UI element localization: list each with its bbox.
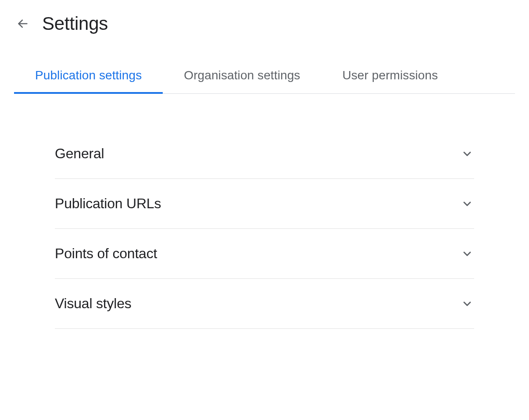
page-title: Settings <box>42 13 108 34</box>
section-points-of-contact[interactable]: Points of contact <box>55 229 474 279</box>
tab-publication-settings[interactable]: Publication settings <box>14 61 163 94</box>
section-title: Points of contact <box>55 246 157 262</box>
section-visual-styles[interactable]: Visual styles <box>55 279 474 329</box>
tab-organisation-settings[interactable]: Organisation settings <box>163 61 321 94</box>
header: Settings <box>0 0 529 43</box>
chevron-down-icon <box>460 197 474 211</box>
back-button[interactable] <box>14 15 32 32</box>
section-title: General <box>55 146 104 162</box>
sections-list: General Publication URLs Points of conta… <box>55 129 474 329</box>
arrow-left-icon <box>17 18 29 30</box>
chevron-down-icon <box>460 297 474 311</box>
section-title: Publication URLs <box>55 196 161 212</box>
tabs: Publication settings Organisation settin… <box>14 61 515 94</box>
tab-user-permissions[interactable]: User permissions <box>321 61 459 94</box>
chevron-down-icon <box>460 147 474 161</box>
section-general[interactable]: General <box>55 129 474 179</box>
section-title: Visual styles <box>55 295 132 312</box>
chevron-down-icon <box>460 247 474 261</box>
section-publication-urls[interactable]: Publication URLs <box>55 179 474 229</box>
